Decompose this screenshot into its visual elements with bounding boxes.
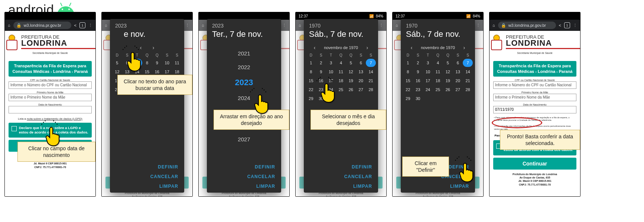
cancelar-button[interactable]: CANCELAR (310, 174, 372, 179)
cpf-input[interactable]: Informe o Número do CPF ou Cartão Nacion… (493, 81, 576, 89)
dp-day-26[interactable]: 26 (443, 86, 453, 94)
tab-count-icon[interactable]: 1 (79, 22, 85, 28)
dp-day-2[interactable]: 2 (413, 59, 423, 67)
tab-count-icon[interactable]: 1 (564, 22, 570, 28)
dp-day-4[interactable]: 4 (336, 59, 346, 67)
dp-day-10[interactable]: 10 (326, 68, 336, 76)
dp-day-15[interactable]: 15 (403, 77, 413, 85)
dp-day-25[interactable]: 25 (336, 86, 346, 94)
dp-day-1[interactable]: 1 (306, 59, 316, 67)
dp-day-17[interactable]: 17 (423, 77, 433, 85)
dp-day-8[interactable]: 8 (142, 59, 152, 67)
dp-day-22[interactable]: 22 (403, 86, 413, 94)
dp-day-28[interactable]: 28 (366, 86, 376, 94)
limpar-button[interactable]: LIMPAR (116, 184, 178, 189)
chevron-right-icon[interactable]: › (364, 44, 371, 51)
dp-day-23[interactable]: 23 (413, 86, 423, 94)
share-icon[interactable]: < (559, 23, 561, 28)
dp-day-6[interactable]: 6 (356, 59, 366, 67)
dp-day-29[interactable]: 29 (403, 94, 413, 103)
dp-day-2[interactable]: 2 (316, 59, 326, 67)
dp-day-12[interactable]: 12 (346, 68, 356, 76)
dp-day-20[interactable]: 20 (356, 77, 366, 85)
dp-day-9[interactable]: 9 (413, 68, 423, 76)
dp-day-15[interactable]: 15 (306, 77, 316, 85)
dp-day-28[interactable]: 28 (463, 86, 473, 94)
dp-day-11[interactable]: 11 (172, 59, 182, 67)
dp-day-16[interactable]: 16 (413, 77, 423, 85)
data-input-filled[interactable]: 07/11/1970 (493, 106, 576, 113)
dp-year-button[interactable]: 1970 (309, 23, 373, 29)
dp-day-7[interactable]: 7 (366, 59, 376, 67)
dp-day-24[interactable]: 24 (423, 86, 433, 94)
dp-day-26[interactable]: 26 (346, 86, 356, 94)
share-icon[interactable]: < (74, 23, 77, 28)
dp-day-10[interactable]: 10 (423, 68, 433, 76)
dp-day-20[interactable]: 20 (453, 77, 463, 85)
home-icon[interactable]: ⌂ (492, 23, 495, 28)
dp-day-13[interactable]: 13 (453, 68, 463, 76)
dp-day-27[interactable]: 27 (356, 86, 366, 94)
dp-day-11[interactable]: 11 (336, 68, 346, 76)
overflow-menu-icon[interactable]: ⋮ (88, 23, 92, 28)
dp-day-5[interactable]: 5 (112, 59, 122, 67)
cpf-input[interactable]: Informe o Número do CPF ou Cartão Nacion… (9, 81, 92, 89)
limpar-button[interactable]: LIMPAR (407, 184, 469, 189)
dp-year-button[interactable]: 2023 (115, 23, 179, 29)
dp-day-5[interactable]: 5 (443, 59, 453, 67)
chevron-left-icon[interactable]: ‹ (408, 44, 415, 51)
dp-year-option-2023[interactable]: 2023 (235, 78, 253, 87)
data-input[interactable] (9, 106, 92, 113)
continuar-button[interactable]: Continuar (493, 158, 576, 170)
dp-day-9[interactable]: 9 (316, 68, 326, 76)
address-bar[interactable]: 🔒w3.londrina.pr.gov.br (498, 22, 556, 29)
dp-day-10[interactable]: 10 (162, 59, 172, 67)
declare-checkbox[interactable] (12, 126, 17, 131)
dp-day-18[interactable]: 18 (433, 77, 443, 85)
dp-day-21[interactable]: 21 (463, 77, 473, 85)
dp-day-29[interactable]: 29 (306, 94, 316, 103)
definir-button[interactable]: DEFINIR (310, 164, 372, 170)
dp-day-13[interactable]: 13 (356, 68, 366, 76)
limpar-button[interactable]: LIMPAR (213, 184, 275, 189)
dp-day-11[interactable]: 11 (433, 68, 443, 76)
dp-day-8[interactable]: 8 (403, 68, 413, 76)
dp-day-9[interactable]: 9 (152, 59, 162, 67)
overflow-menu-icon[interactable]: ⋮ (573, 23, 577, 28)
chevron-left-icon[interactable]: ‹ (311, 44, 318, 51)
dp-day-19[interactable]: 19 (346, 77, 356, 85)
dp-day-4[interactable]: 4 (433, 59, 443, 67)
address-bar[interactable]: 🔒 w3.londrina.pr.gov.br (13, 22, 71, 29)
dp-day-8[interactable]: 8 (306, 68, 316, 76)
cancelar-button[interactable]: CANCELAR (213, 174, 275, 179)
definir-button[interactable]: DEFINIR (116, 164, 178, 170)
dp-day-12[interactable]: 12 (443, 68, 453, 76)
home-icon[interactable]: ⌂ (299, 23, 301, 28)
chevron-right-icon[interactable]: › (150, 44, 157, 51)
dp-day-27[interactable]: 27 (453, 86, 463, 94)
dp-year-option-2024[interactable]: 2024 (238, 95, 250, 101)
home-icon[interactable]: ⌂ (202, 23, 204, 28)
dp-year-option-2021[interactable]: 2021 (238, 50, 250, 57)
dp-day-5[interactable]: 5 (346, 59, 356, 67)
dp-year-option-2027[interactable]: 2027 (238, 136, 250, 142)
dp-day-3[interactable]: 3 (326, 59, 336, 67)
overflow-menu-icon[interactable]: ⋮ (185, 23, 189, 28)
dp-day-14[interactable]: 14 (463, 68, 473, 76)
dp-day-18[interactable]: 18 (336, 77, 346, 85)
dp-day-30[interactable]: 30 (413, 94, 423, 103)
dp-year-button[interactable]: 2023 (212, 23, 276, 29)
dp-day-3[interactable]: 3 (423, 59, 433, 67)
dp-day-22[interactable]: 22 (306, 86, 316, 94)
dp-day-14[interactable]: 14 (366, 68, 376, 76)
definir-button[interactable]: DEFINIR (213, 164, 275, 170)
dp-day-25[interactable]: 25 (433, 86, 443, 94)
dp-day-grid[interactable]: 1234567891011121314151617181920212223242… (304, 57, 378, 104)
dp-day-7[interactable]: 7 (463, 59, 473, 67)
cancelar-button[interactable]: CANCELAR (116, 174, 178, 179)
mae-input[interactable]: Informe o Primeiro Nome da Mãe (9, 94, 92, 101)
mae-input[interactable]: Informe o Primeiro Nome da Mãe (493, 94, 576, 101)
dp-year-option-2022[interactable]: 2022 (238, 64, 250, 70)
home-icon[interactable]: ⌂ (105, 23, 107, 28)
dp-day-19[interactable]: 19 (443, 77, 453, 85)
